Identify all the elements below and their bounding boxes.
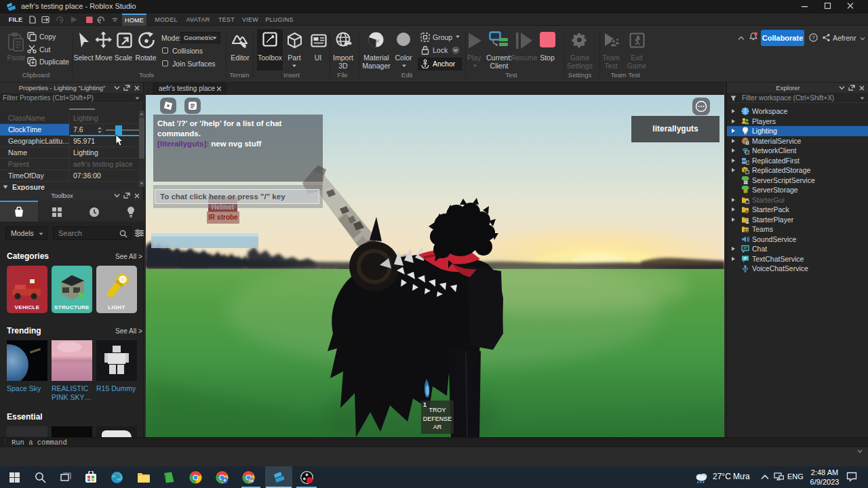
svg-text:?: ? <box>812 35 815 41</box>
svg-text:ha: ha <box>249 479 254 483</box>
